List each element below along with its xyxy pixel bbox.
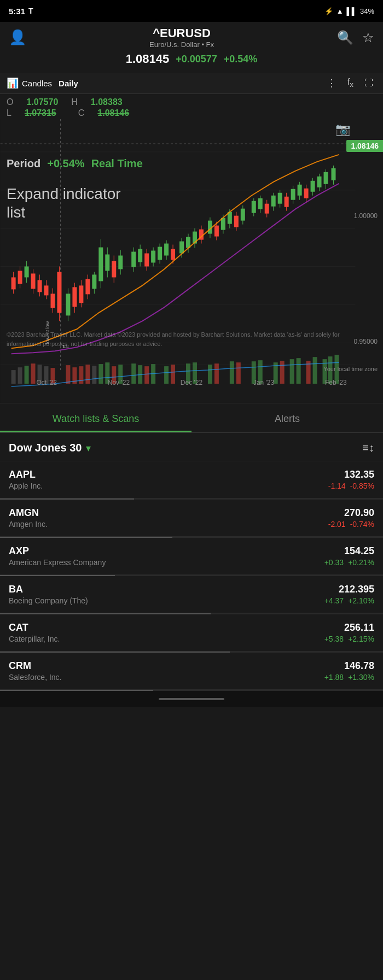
stock-item-crm[interactable]: CRM Salesforce, Inc. 146.78 +1.88 +1.30% <box>0 653 383 690</box>
price-axp: 154.25 <box>324 545 374 557</box>
low-label: L <box>7 108 11 118</box>
svg-rect-124 <box>271 196 276 207</box>
low-value: 1.07315 <box>25 108 56 118</box>
change-pct-crm: +1.30% <box>348 673 374 682</box>
svg-rect-92 <box>158 247 162 260</box>
stock-list: AAPL Apple Inc. 132.35 -1.14 -0.85% AMGN… <box>0 461 383 691</box>
progress-aapl <box>0 498 383 500</box>
tab-watchlists[interactable]: Watch lists & Scans <box>0 403 192 432</box>
high-value: 1.08383 <box>91 97 123 107</box>
svg-rect-52 <box>18 271 22 284</box>
change-pct-ba: +2.10% <box>348 596 374 605</box>
dropdown-arrow-icon: ▾ <box>86 442 91 454</box>
change-abs-aapl: -1.14 <box>328 482 346 490</box>
ticker-amgn: AMGN <box>9 507 328 519</box>
price-row: 1.08145 +0.00577 +0.54% <box>9 49 374 68</box>
svg-rect-56 <box>31 273 36 289</box>
price-crm: 146.78 <box>324 660 374 672</box>
open-value: 1.07570 <box>26 97 58 107</box>
prices-amgn: 270.90 -2.01 -0.74% <box>328 507 374 529</box>
chart-copyright: ©2023 Barchart Trader LLC. Market data ©… <box>7 330 350 348</box>
progress-cat <box>0 652 383 653</box>
chart-area[interactable]: lowest low LL 1.08146 Period +0.54% Real… <box>0 119 383 403</box>
svg-rect-132 <box>298 185 302 196</box>
svg-rect-110 <box>221 218 225 230</box>
symbol-info: ^EURUSD Euro/U.s. Dollar • Fx <box>26 26 337 49</box>
close-value: 1.08146 <box>97 108 129 118</box>
stock-item-ba[interactable]: BA Boeing Company (The) 212.395 +4.37 +2… <box>0 576 383 613</box>
change-abs-ba: +4.37 <box>324 596 344 605</box>
stock-header: 👤 ^EURUSD Euro/U.s. Dollar • Fx 🔍 ☆ 1.08… <box>0 22 383 73</box>
watchlist-title: Dow Jones 30 <box>9 442 82 454</box>
watchlist-title-area[interactable]: Dow Jones 30 ▾ <box>9 442 91 454</box>
more-options-icon[interactable]: ⋮ <box>323 76 340 90</box>
tab-alerts[interactable]: Alerts <box>192 403 383 432</box>
home-indicator <box>159 698 224 700</box>
symbol-title: ^EURUSD <box>26 26 337 40</box>
interval-selector[interactable]: Daily <box>59 79 78 88</box>
chart-timezone: Your local time zone <box>323 366 378 372</box>
svg-rect-50 <box>11 277 16 289</box>
search-icon[interactable]: 🔍 <box>337 30 353 45</box>
star-icon[interactable]: ☆ <box>362 30 374 45</box>
status-icons: ⚡ ▲ ▌▌ 34% <box>324 7 374 15</box>
stock-info-crm: CRM Salesforce, Inc. <box>9 660 324 682</box>
svg-rect-70 <box>79 285 83 303</box>
high-label: H <box>71 97 78 107</box>
stock-item-amgn[interactable]: AMGN Amgen Inc. 270.90 -2.01 -0.74% <box>0 500 383 537</box>
period-info: Period +0.54% Real Time <box>7 157 143 170</box>
svg-rect-136 <box>311 181 315 192</box>
bottom-bar <box>0 691 383 707</box>
prices-crm: 146.78 +1.88 +1.30% <box>324 660 374 682</box>
prices-cat: 256.11 +5.38 +2.15% <box>324 622 374 643</box>
changes-axp: +0.33 +0.21% <box>324 558 374 567</box>
change-abs-crm: +1.88 <box>324 673 344 682</box>
svg-rect-108 <box>214 226 219 237</box>
sort-icon[interactable]: ≡↕ <box>362 442 374 454</box>
price-ba: 212.395 <box>324 584 374 595</box>
stock-info-cat: CAT Caterpillar, Inc. <box>9 622 324 643</box>
change-pct-cat: +2.15% <box>348 635 374 643</box>
chart-type-selector[interactable]: 📊 Candles <box>7 77 52 89</box>
name-aapl: Apple Inc. <box>9 482 328 490</box>
stock-item-aapl[interactable]: AAPL Apple Inc. 132.35 -1.14 -0.85% <box>0 461 383 498</box>
svg-rect-62 <box>50 294 55 308</box>
price-amgn: 270.90 <box>328 507 374 519</box>
fullscreen-icon[interactable]: ⛶ <box>361 77 376 89</box>
svg-rect-76 <box>98 248 103 281</box>
tesla-icon: T <box>28 7 33 15</box>
indicators-icon[interactable]: fx <box>344 76 357 90</box>
profile-icon[interactable]: 👤 <box>9 29 26 46</box>
x-label-4: Jan '23 <box>253 379 274 386</box>
watchlist-section: Watch lists & Scans Alerts Dow Jones 30 … <box>0 403 383 691</box>
svg-rect-114 <box>234 216 239 227</box>
stock-info-ba: BA Boeing Company (The) <box>9 584 324 605</box>
svg-rect-60 <box>44 285 49 295</box>
stock-item-axp[interactable]: AXP American Express Company 154.25 +0.3… <box>0 538 383 575</box>
progress-ba <box>0 613 383 614</box>
chart-level-high: 1.00000 <box>354 212 378 220</box>
stock-item-cat[interactable]: CAT Caterpillar, Inc. 256.11 +5.38 +2.15… <box>0 614 383 652</box>
svg-rect-64 <box>57 272 61 313</box>
watchlist-tabs: Watch lists & Scans Alerts <box>0 403 383 433</box>
svg-rect-68 <box>72 287 77 307</box>
realtime-label: Real Time <box>91 157 143 170</box>
change-pct-aapl: -0.85% <box>350 482 374 490</box>
ohlc-row-2: L 1.07315 C 1.08146 <box>0 108 383 119</box>
svg-rect-66 <box>66 294 70 315</box>
camera-icon[interactable]: 📷 <box>335 122 350 137</box>
name-crm: Salesforce, Inc. <box>9 673 324 682</box>
bluetooth-icon: ⚡ <box>324 7 333 15</box>
open-label: O <box>7 97 13 107</box>
progress-axp <box>0 575 383 576</box>
x-axis: Oct '22 Nov '22 Dec '22 Jan '23 Feb '23 <box>0 379 383 386</box>
status-time: 5:31 <box>9 7 25 16</box>
wifi-icon: ▲ <box>336 7 344 15</box>
svg-rect-120 <box>258 198 263 209</box>
price-cat: 256.11 <box>324 622 374 633</box>
change-abs-amgn: -2.01 <box>328 520 346 529</box>
battery-level: 34% <box>360 7 374 15</box>
price-change: +0.00577 <box>176 54 217 65</box>
svg-rect-58 <box>38 280 42 292</box>
svg-rect-82 <box>118 256 123 269</box>
